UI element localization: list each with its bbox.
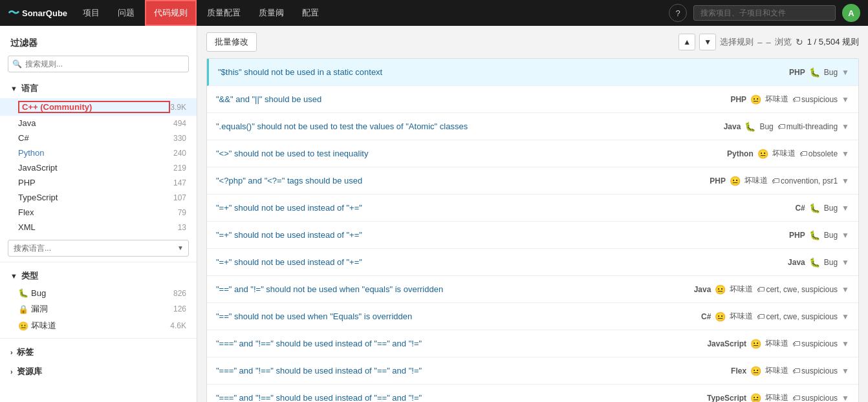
rule-filter-btn-2[interactable]: ▼ xyxy=(841,122,849,131)
language-search-select[interactable]: 搜索语言... ▼ xyxy=(8,240,189,257)
filter-item-php[interactable]: PHP 147 xyxy=(0,175,197,190)
language-section-header[interactable]: ▼ 语言 xyxy=(0,79,197,98)
smell-type-icon-3: 😐 xyxy=(757,149,768,159)
rule-meta-4: PHP 😐 坏味道 🏷 convention, psr1 ▼ xyxy=(710,175,849,186)
rule-row-12[interactable]: "===" and "!==" should be used instead o… xyxy=(207,385,858,402)
filter-item-java[interactable]: Java 494 xyxy=(0,116,197,131)
user-avatar[interactable]: A xyxy=(842,4,860,22)
filter-item-ts[interactable]: TypeScript 107 xyxy=(0,190,197,205)
rule-row-2[interactable]: ".equals()" should not be used to test t… xyxy=(207,113,858,140)
rule-title-6[interactable]: "=+" should not be used instead of "+=" xyxy=(216,230,789,240)
filter-item-csharp[interactable]: C# 330 xyxy=(0,131,197,145)
filter-count-bug: 826 xyxy=(173,289,186,298)
rule-tag-10: 🏷 suspicious xyxy=(792,339,838,348)
filter-count-java: 494 xyxy=(173,119,186,128)
rule-row-6[interactable]: "=+" should not be used instead of "+=" … xyxy=(207,222,858,249)
filter-item-flex[interactable]: Flex 79 xyxy=(0,205,197,220)
nav-item-projects[interactable]: 项目 xyxy=(75,0,107,26)
rule-title-9[interactable]: "==" should not be used when "Equals" is… xyxy=(216,312,701,321)
filter-item-cpp[interactable]: C++ (Community) 3.9K xyxy=(0,98,197,116)
tag-section-header[interactable]: › 标签 xyxy=(0,343,197,362)
rule-meta-10: JavaScript 😐 坏味道 🏷 suspicious ▼ xyxy=(707,338,849,349)
rule-filter-btn-3[interactable]: ▼ xyxy=(841,149,849,158)
sidebar: 过滤器 🔍 ▼ 语言 C++ (Community) 3.9K Java 494… xyxy=(0,26,197,402)
rule-title-8[interactable]: "==" and "!=" should not be used when "e… xyxy=(216,284,694,294)
rule-filter-btn-5[interactable]: ▼ xyxy=(841,204,849,213)
batch-edit-button[interactable]: 批量修改 xyxy=(206,32,257,52)
rule-filter-btn-9[interactable]: ▼ xyxy=(841,312,849,321)
filter-item-bug[interactable]: 🐛 Bug 826 xyxy=(0,286,197,301)
filter-item-vulnerability[interactable]: 🔒 漏洞 126 xyxy=(0,301,197,317)
refresh-button[interactable]: ↻ xyxy=(796,37,803,47)
filter-item-smell[interactable]: 😐 坏味道 4.6K xyxy=(0,317,197,334)
rule-row-0[interactable]: "$this" should not be used in a static c… xyxy=(207,59,858,86)
rule-type-label-0: Bug xyxy=(824,68,838,77)
type-section-arrow: ▼ xyxy=(10,272,17,280)
rule-row-3[interactable]: "<>" should not be used to test inequali… xyxy=(207,140,858,167)
type-section-header[interactable]: ▼ 类型 xyxy=(0,266,197,286)
nav-item-quality-gates[interactable]: 质量阈 xyxy=(251,0,292,26)
rule-row-1[interactable]: "&&" and "||" should be used PHP 😐 坏味道 🏷… xyxy=(207,86,858,113)
rule-filter-btn-12[interactable]: ▼ xyxy=(841,394,849,403)
rule-row-9[interactable]: "==" should not be used when "Equals" is… xyxy=(207,303,858,330)
rule-title-1[interactable]: "&&" and "||" should be used xyxy=(216,94,730,104)
rule-title-3[interactable]: "<>" should not be used to test inequali… xyxy=(216,149,727,158)
rule-tag-8: 🏷 cert, cwe, suspicious xyxy=(757,285,838,294)
rule-tag-12: 🏷 suspicious xyxy=(792,394,838,403)
rule-filter-btn-11[interactable]: ▼ xyxy=(841,366,849,376)
filter-item-python[interactable]: Python 240 xyxy=(0,145,197,160)
language-section-label: 语言 xyxy=(21,83,38,94)
browse-label: 浏览 xyxy=(775,36,792,48)
filter-label-php: PHP xyxy=(18,178,173,187)
rule-filter-btn-6[interactable]: ▼ xyxy=(841,231,849,240)
sort-desc-button[interactable]: ▼ xyxy=(699,34,716,50)
filter-count-js: 219 xyxy=(173,164,186,173)
minus-icon-1: – xyxy=(757,37,762,47)
rule-row-5[interactable]: "=+" should not be used instead of "+=" … xyxy=(207,195,858,222)
rule-title-4[interactable]: "<?php" and "<?=" tags should be used xyxy=(216,176,710,185)
rule-filter-btn-1[interactable]: ▼ xyxy=(841,95,849,104)
filter-item-xml[interactable]: XML 13 xyxy=(0,220,197,235)
rule-filter-btn-8[interactable]: ▼ xyxy=(841,285,849,294)
bug-icon: 🐛 xyxy=(18,288,28,298)
rule-search-input[interactable] xyxy=(8,56,189,72)
brand-logo: 〜 SonarQube xyxy=(8,5,67,21)
rule-title-0[interactable]: "$this" should not be used in a static c… xyxy=(218,67,789,77)
repo-section-label: 资源库 xyxy=(17,366,42,377)
rule-filter-btn-10[interactable]: ▼ xyxy=(841,339,849,348)
rule-filter-btn-0[interactable]: ▼ xyxy=(841,68,849,77)
rule-title-10[interactable]: "===" and "!==" should be used instead o… xyxy=(216,339,707,348)
filter-count-xml: 13 xyxy=(178,223,186,232)
rule-row-10[interactable]: "===" and "!==" should be used instead o… xyxy=(207,330,858,357)
filter-item-js[interactable]: JavaScript 219 xyxy=(0,160,197,175)
global-search-input[interactable] xyxy=(693,5,836,21)
rule-lang-1: PHP xyxy=(730,95,746,104)
bug-type-icon-5: 🐛 xyxy=(809,203,820,213)
bug-type-icon-0: 🐛 xyxy=(809,67,820,78)
language-search-dropdown[interactable]: 搜索语言... xyxy=(8,240,189,257)
rule-filter-btn-7[interactable]: ▼ xyxy=(841,258,849,267)
bug-type-icon-6: 🐛 xyxy=(809,230,820,240)
sort-asc-button[interactable]: ▲ xyxy=(678,34,695,50)
topnav-right: ? A xyxy=(669,4,860,22)
rule-title-11[interactable]: "===" and "!==" should be used instead o… xyxy=(216,366,731,376)
rule-row-7[interactable]: "=+" should not be used instead of "+=" … xyxy=(207,249,858,276)
rule-title-5[interactable]: "=+" should not be used instead of "+=" xyxy=(216,203,795,213)
nav-item-rules[interactable]: 代码规则 xyxy=(145,0,197,26)
nav-item-config[interactable]: 配置 xyxy=(294,0,327,26)
repo-section-header[interactable]: › 资源库 xyxy=(0,362,197,381)
rule-type-label-5: Bug xyxy=(824,204,838,213)
rule-title-2[interactable]: ".equals()" should not be used to test t… xyxy=(216,122,724,131)
nav-item-issues[interactable]: 问题 xyxy=(110,0,142,26)
divider-2 xyxy=(0,338,197,339)
rule-row-4[interactable]: "<?php" and "<?=" tags should be used PH… xyxy=(207,167,858,195)
filter-count-flex: 79 xyxy=(178,208,186,217)
rule-type-label-3: 坏味道 xyxy=(772,148,796,159)
help-button[interactable]: ? xyxy=(669,4,687,22)
rule-title-12[interactable]: "===" and "!==" should be used instead o… xyxy=(216,393,707,402)
rule-row-11[interactable]: "===" and "!==" should be used instead o… xyxy=(207,357,858,385)
rule-filter-btn-4[interactable]: ▼ xyxy=(841,176,849,185)
nav-item-quality-profiles[interactable]: 质量配置 xyxy=(199,0,248,26)
rule-title-7[interactable]: "=+" should not be used instead of "+=" xyxy=(216,257,788,267)
rule-row-8[interactable]: "==" and "!=" should not be used when "e… xyxy=(207,276,858,303)
